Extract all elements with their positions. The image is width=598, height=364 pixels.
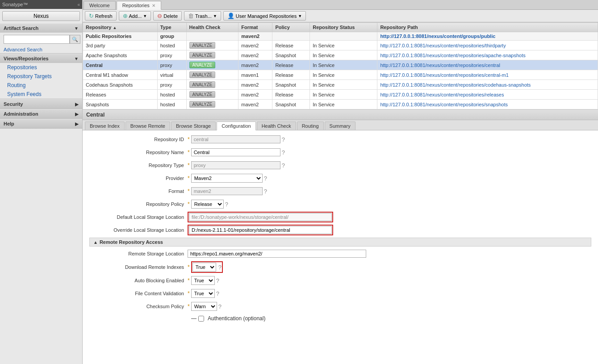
download-remote-help-icon[interactable]: ? bbox=[218, 264, 222, 271]
download-remote-select[interactable]: True False bbox=[192, 263, 216, 272]
analyze-button[interactable]: ANALYZE bbox=[189, 71, 216, 78]
table-row[interactable]: Central M1 shadow virtual ANALYZE maven1… bbox=[83, 70, 598, 80]
table-row[interactable]: Apache Snapshots proxy ANALYZE maven2 Sn… bbox=[83, 50, 598, 60]
override-storage-input[interactable] bbox=[189, 226, 332, 234]
tab-summary[interactable]: Summary bbox=[325, 121, 355, 130]
detail-panel: Central Browse Index Browse Remote Brows… bbox=[83, 110, 598, 364]
tab-browse-index[interactable]: Browse Index bbox=[85, 121, 125, 130]
repo-policy: Release bbox=[272, 70, 310, 80]
security-header[interactable]: Security ▶ bbox=[0, 99, 82, 109]
col-format[interactable]: Format bbox=[238, 23, 272, 32]
tab-routing[interactable]: Routing bbox=[297, 121, 324, 130]
tab-browse-remote[interactable]: Browse Remote bbox=[125, 121, 170, 130]
repo-health: ANALYZE bbox=[186, 60, 238, 70]
tab-configuration[interactable]: Configuration bbox=[217, 121, 255, 130]
repo-id-input[interactable] bbox=[191, 135, 280, 143]
table-row[interactable]: 3rd party hosted ANALYZE maven2 Release … bbox=[83, 41, 598, 50]
add-button[interactable]: ⊕ Add... ▼ bbox=[119, 11, 151, 21]
default-storage-input[interactable] bbox=[189, 213, 332, 221]
auth-checkbox[interactable] bbox=[198, 316, 204, 322]
collapse-button[interactable]: « bbox=[77, 2, 80, 7]
repo-status: In Service bbox=[310, 90, 377, 100]
analyze-button[interactable]: ANALYZE bbox=[189, 81, 216, 88]
tab-browse-storage[interactable]: Browse Storage bbox=[171, 121, 216, 130]
views-repos-header[interactable]: Views/Repositories ▼ bbox=[0, 54, 82, 63]
col-repository[interactable]: Repository ▲ bbox=[83, 23, 158, 32]
sidebar-item-routing[interactable]: Routing bbox=[0, 81, 82, 90]
remote-access-section: ▲ Remote Repository Access Remote Storag… bbox=[89, 238, 591, 323]
repo-status: In Service bbox=[310, 80, 377, 90]
analyze-button[interactable]: ANALYZE bbox=[189, 101, 216, 108]
col-path[interactable]: Repository Path bbox=[377, 23, 598, 32]
repo-name: 3rd party bbox=[83, 41, 158, 50]
search-button[interactable]: 🔍 bbox=[70, 35, 80, 44]
auto-blocking-help-icon[interactable]: ? bbox=[216, 277, 219, 284]
col-type[interactable]: Type bbox=[157, 23, 186, 32]
tab-close-icon[interactable]: ✕ bbox=[152, 3, 155, 8]
repo-type-help-icon[interactable]: ? bbox=[282, 162, 285, 169]
tab-repositories[interactable]: Repositories ✕ bbox=[117, 1, 161, 10]
col-policy[interactable]: Policy bbox=[272, 23, 310, 32]
analyze-button[interactable]: ANALYZE bbox=[189, 52, 216, 59]
trash-dropdown-icon: ▼ bbox=[213, 14, 217, 18]
refresh-button[interactable]: ↻ Refresh bbox=[85, 11, 117, 21]
repo-format: maven2 bbox=[238, 80, 272, 90]
artifact-search-header[interactable]: Artifact Search ▼ bbox=[0, 23, 82, 33]
auto-blocking-select[interactable]: True False bbox=[191, 276, 215, 285]
search-input[interactable] bbox=[4, 35, 70, 44]
nexus-button[interactable]: Nexus bbox=[2, 11, 80, 21]
auto-blocking-label: Auto Blocking Enabled bbox=[89, 278, 188, 283]
repo-id-help-icon[interactable]: ? bbox=[282, 136, 285, 143]
repo-type: hosted bbox=[157, 100, 186, 109]
repo-policy: Snapshot bbox=[272, 100, 310, 109]
advanced-search-link[interactable]: Advanced Search bbox=[0, 46, 82, 53]
analyze-button[interactable]: ANALYZE bbox=[189, 62, 216, 68]
checksum-help-icon[interactable]: ? bbox=[218, 303, 222, 310]
tab-health-check[interactable]: Health Check bbox=[257, 121, 296, 130]
repo-format: maven2 bbox=[238, 100, 272, 109]
col-status[interactable]: Repository Status bbox=[310, 23, 377, 32]
file-content-help-icon[interactable]: ? bbox=[216, 290, 219, 297]
policy-label: Repository Policy bbox=[89, 201, 188, 207]
policy-help-icon[interactable]: ? bbox=[225, 201, 228, 208]
policy-select[interactable]: Release Snapshot bbox=[191, 200, 224, 209]
form-row-auto-blocking: Auto Blocking Enabled * True False ? bbox=[89, 275, 591, 286]
repo-name-help-icon[interactable]: ? bbox=[282, 149, 285, 156]
checksum-select[interactable]: Warn Ignore Strict bbox=[191, 302, 217, 311]
repo-path: http://127.0.0.1:8081/nexus/content/repo… bbox=[377, 80, 598, 90]
views-repos-section: Views/Repositories ▼ Repositories Reposi… bbox=[0, 54, 82, 99]
table-row[interactable]: Snapshots hosted ANALYZE maven2 Snapshot… bbox=[83, 100, 598, 109]
sidebar-item-repositories[interactable]: Repositories bbox=[0, 63, 82, 72]
repo-name-input[interactable] bbox=[191, 148, 280, 156]
analyze-button[interactable]: ANALYZE bbox=[189, 42, 216, 49]
analyze-button[interactable]: ANALYZE bbox=[189, 91, 216, 98]
repo-path: http://127.0.0.1:8081/nexus/content/repo… bbox=[377, 50, 598, 60]
remote-access-header[interactable]: ▲ Remote Repository Access bbox=[89, 238, 591, 247]
tab-welcome[interactable]: Welcome bbox=[84, 1, 116, 9]
remote-storage-input[interactable] bbox=[188, 250, 366, 258]
sidebar-item-system-feeds[interactable]: System Feeds bbox=[0, 90, 82, 99]
table-row[interactable]: Central proxy ANALYZE maven2 Release In … bbox=[83, 60, 598, 70]
table-row[interactable]: Releases hosted ANALYZE maven2 Release I… bbox=[83, 90, 598, 100]
trash-button[interactable]: 🗑 Trash... ▼ bbox=[184, 11, 221, 21]
col-health-check[interactable]: Health Check bbox=[186, 23, 238, 32]
help-header[interactable]: Help ▶ bbox=[0, 119, 82, 128]
user-managed-button[interactable]: 👤 User Managed Repositories ▼ bbox=[223, 11, 306, 21]
toolbar: ↻ Refresh ⊕ Add... ▼ ⊖ Delete 🗑 Trash...… bbox=[83, 10, 598, 22]
provider-help-icon[interactable]: ? bbox=[264, 175, 267, 182]
sidebar-item-repository-targets[interactable]: Repository Targets bbox=[0, 72, 82, 81]
format-help-icon[interactable]: ? bbox=[264, 188, 267, 195]
form-row-repo-name: Repository Name * ? bbox=[89, 147, 591, 158]
table-row[interactable]: Codehaus Snapshots proxy ANALYZE maven2 … bbox=[83, 80, 598, 90]
administration-header[interactable]: Administration ▶ bbox=[0, 109, 82, 118]
provider-select[interactable]: Maven2 bbox=[191, 174, 263, 183]
delete-button[interactable]: ⊖ Delete bbox=[153, 11, 182, 21]
file-content-select[interactable]: True False bbox=[191, 289, 215, 298]
sub-tab-bar: Browse Index Browse Remote Browse Storag… bbox=[83, 120, 598, 130]
administration-section: Administration ▶ bbox=[0, 109, 82, 119]
repo-health: ANALYZE bbox=[186, 100, 238, 109]
form-row-file-content: File Content Validation * True False ? bbox=[89, 288, 591, 299]
security-section: Security ▶ bbox=[0, 99, 82, 109]
table-row[interactable]: Public Repositories group maven2 http://… bbox=[83, 32, 598, 41]
repo-format: maven2 bbox=[238, 90, 272, 100]
